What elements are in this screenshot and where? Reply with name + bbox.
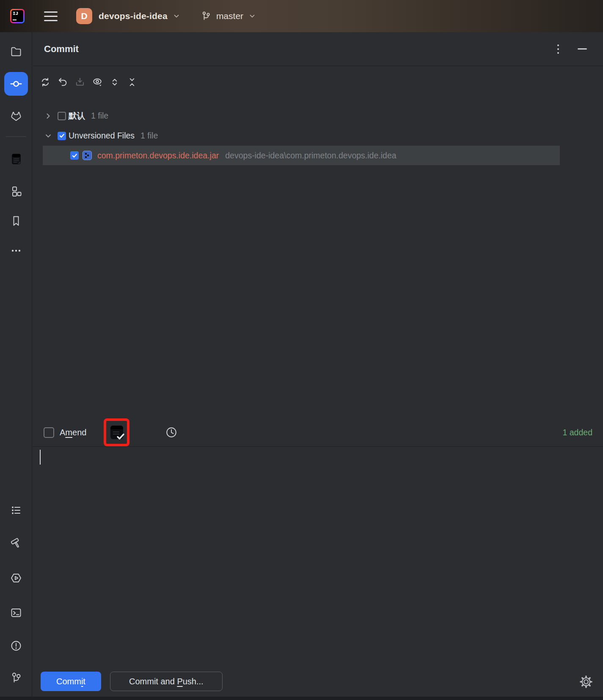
sidebar-item-bookmarks[interactable] [8,213,24,229]
problems-icon [10,639,22,652]
panel-options-kebab-icon[interactable] [556,43,561,55]
folder-icon [10,45,22,58]
rollback-icon[interactable] [57,77,68,88]
project-avatar[interactable]: D [76,8,92,24]
group-checkbox-checked[interactable] [58,132,66,140]
expand-all-icon[interactable] [109,77,120,88]
more-dots-icon [10,244,22,257]
panel-title: Commit [44,44,79,55]
branch-widget[interactable]: master [201,11,256,22]
text-caret [40,450,41,465]
settings-gear-icon[interactable] [579,675,593,689]
bookmark-icon [10,215,22,227]
terminal-icon [10,606,22,619]
sidebar-item-commit-selected[interactable] [4,72,28,96]
file-name: com.primeton.devops.ide.idea.jar [97,151,219,160]
commit-message-history-clock-icon[interactable] [165,426,177,438]
changelist-name: 默认 [69,110,85,122]
git-branch-icon [201,11,212,22]
structure-icon [10,185,22,198]
changelist-row-default[interactable]: 默认 1 file [33,106,603,126]
changelist-checkbox-unchecked[interactable] [58,112,66,120]
sidebar-item-gitlab[interactable] [8,108,24,125]
branch-name: master [216,11,243,21]
notebook-icon [10,152,22,165]
sidebar-item-services[interactable] [8,570,24,586]
sidebar-item-version-control[interactable] [8,670,24,686]
changes-tree: 默认 1 file Unversioned Files 1 file com.p… [33,106,603,165]
commit-toolbar [33,66,603,98]
commit-message-input[interactable] [33,447,603,663]
group-row-unversioned[interactable]: Unversioned Files 1 file [33,126,603,146]
files-added-status: 1 added [563,428,593,437]
view-options-eye-icon[interactable] [92,77,103,88]
intellij-logo-icon[interactable]: IJ [10,9,25,23]
commit-checks-icon[interactable] [110,426,123,439]
branch-chevron-down-icon [248,12,256,20]
intellij-logo-text: IJ [11,10,23,22]
file-path: devops-ide-idea\com.primeton.devops.ide.… [225,151,396,160]
changelist-count: 1 file [91,111,108,121]
sidebar-item-project[interactable] [8,44,24,60]
sidebar-divider [6,136,26,137]
project-name[interactable]: devops-ide-idea [99,11,168,21]
build-hammer-icon [10,537,22,550]
sidebar-item-todo[interactable] [8,502,24,518]
red-annotation-box [104,418,129,446]
sidebar-item-more[interactable] [8,243,24,259]
chevron-right-icon[interactable] [44,112,52,120]
sidebar-item-terminal[interactable] [8,605,24,621]
commit-options-row: Amend 1 added [33,418,603,446]
commit-and-push-button[interactable]: Commit and Push... [110,672,223,691]
tool-window-sidebar [0,32,32,700]
group-count: 1 file [140,131,158,141]
panel-minimize-icon[interactable] [578,48,587,50]
titlebar: IJ D devops-ide-idea master [0,0,603,32]
shelve-icon[interactable] [74,77,85,88]
file-row-selected[interactable]: com.primeton.devops.ide.idea.jar devops-… [43,146,560,165]
commit-panel-header: Commit [33,32,603,66]
commit-button[interactable]: Commit [41,672,101,691]
sidebar-item-build[interactable] [8,535,24,551]
sidebar-item-problems[interactable] [8,638,24,654]
file-checkbox-checked[interactable] [70,151,79,160]
amend-label[interactable]: Amend [60,428,86,437]
todo-list-icon [10,504,22,517]
project-chevron-down-icon[interactable] [173,12,180,20]
main-menu-hamburger-icon[interactable] [44,11,58,21]
commit-icon [9,77,23,91]
services-icon [10,572,22,584]
sidebar-item-structure[interactable] [8,183,24,199]
refresh-icon[interactable] [40,77,51,88]
collapse-all-icon[interactable] [127,77,138,88]
git-branch-icon [10,671,22,684]
sidebar-item-notebook[interactable] [8,151,24,167]
amend-checkbox-unchecked[interactable] [44,427,54,438]
jar-archive-icon [83,151,92,160]
chevron-down-icon[interactable] [44,132,52,140]
window-bottom-edge [0,697,603,700]
gitlab-icon [10,110,22,123]
group-name: Unversioned Files [69,131,135,141]
